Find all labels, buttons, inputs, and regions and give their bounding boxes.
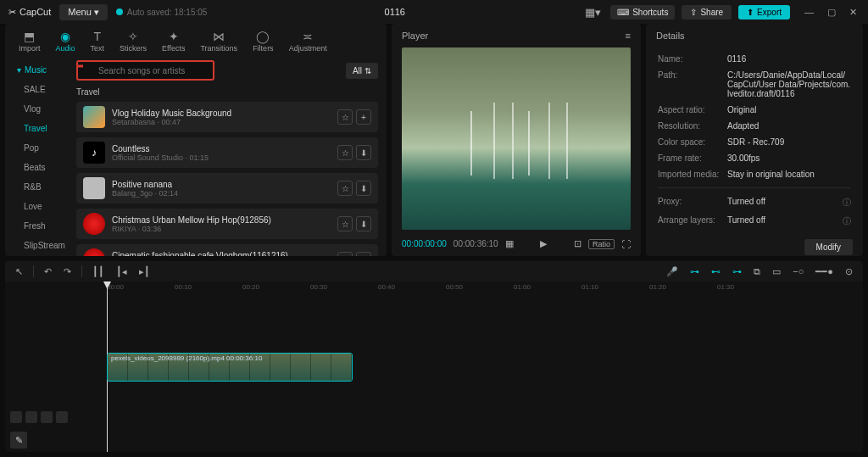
close-button[interactable]: ✕	[847, 4, 860, 20]
timecode-duration: 00:00:36:10	[453, 239, 498, 248]
sidebar-item-fresh[interactable]: Fresh	[5, 216, 76, 236]
favorite-button[interactable]: ☆	[337, 252, 353, 256]
favorite-button[interactable]: ☆	[337, 145, 353, 160]
download-button[interactable]: ⬇	[356, 216, 371, 231]
audio-sidebar: ▾Music SALE Vlog Travel Pop Beats R&B Lo…	[5, 55, 76, 256]
detail-label: Arrange layers:	[658, 215, 722, 227]
pencil-icon: ✎	[15, 435, 23, 446]
video-clip[interactable]: pexels_videos_2098989 (2160p).mp4 00:00:…	[107, 353, 353, 382]
snap-button-3[interactable]: ⊶	[731, 265, 743, 279]
detail-value: Original	[727, 105, 851, 114]
download-button[interactable]: ⬇	[356, 145, 371, 160]
sidebar-item-sale[interactable]: SALE	[5, 80, 76, 99]
sidebar-item-pop[interactable]: Pop	[5, 138, 76, 158]
minimize-button[interactable]: —	[802, 4, 816, 20]
menu-button[interactable]: Menu▾	[59, 4, 108, 20]
grid-button[interactable]: ▦	[505, 238, 514, 249]
download-button[interactable]: ⬇	[356, 181, 371, 196]
detail-value: Stay in original location	[727, 170, 851, 179]
download-button[interactable]: ⬇	[356, 252, 371, 256]
timeline[interactable]: ✎ 00:00 00:10 00:20 00:30 00:40 00:50 01…	[5, 281, 863, 452]
track-thumb	[83, 106, 105, 128]
play-button[interactable]: ▶	[540, 238, 547, 249]
track-title: Countless	[112, 144, 331, 153]
clip-label: pexels_videos_2098989 (2160p).mp4 00:00:…	[111, 354, 262, 362]
zoom-slider[interactable]: ━━●	[814, 265, 835, 279]
timeline-ruler[interactable]: 00:00 00:10 00:20 00:30 00:40 00:50 01:0…	[100, 281, 863, 297]
text-icon: T	[94, 30, 102, 43]
tab-import[interactable]: ⬒Import	[12, 27, 47, 55]
adjustment-icon: ≍	[303, 30, 313, 43]
mic-button[interactable]: 🎤	[665, 265, 680, 279]
media-panel: ⬒Import ◉Audio TText ✧Stickers ✦Effects …	[5, 24, 387, 256]
sidebar-item-rnb[interactable]: R&B	[5, 177, 76, 197]
track-thumb: ♪	[83, 142, 105, 164]
pointer-tool[interactable]: ↖	[14, 265, 25, 279]
split-right-button[interactable]: ▸┃	[137, 265, 152, 279]
search-input[interactable]	[76, 60, 214, 81]
split-button[interactable]: ┃┃	[91, 265, 106, 279]
sidebar-item-love[interactable]: Love	[5, 197, 76, 216]
tab-adjustment[interactable]: ≍Adjustment	[282, 27, 334, 55]
track-item[interactable]: ♪ CountlessOfficial Sound Studio · 01:15…	[76, 137, 378, 168]
export-icon: ⬆	[747, 8, 754, 17]
scale-button[interactable]: ⊡	[574, 238, 581, 249]
fullscreen-button[interactable]: ⛶	[621, 239, 631, 249]
sidebar-item-beats[interactable]: Beats	[5, 158, 76, 177]
detail-value: 0116	[727, 54, 851, 64]
undo-button[interactable]: ↶	[42, 265, 53, 279]
modify-button[interactable]: Modify	[804, 239, 853, 255]
detail-value: Adapted	[727, 121, 851, 131]
share-button[interactable]: ⇪Share	[682, 5, 732, 20]
details-panel: Details Name:0116 Path:C:/Users/Danie/Ap…	[646, 24, 863, 256]
shortcuts-button[interactable]: ⌨Shortcuts	[610, 5, 675, 20]
track-meta: RIKIYA · 03:36	[112, 225, 331, 233]
preview-button[interactable]: ▭	[771, 265, 782, 279]
track-title: Positive nanana	[112, 180, 331, 189]
track-visible-button[interactable]	[25, 411, 37, 423]
app-logo: ✂ CapCut	[8, 7, 51, 18]
sidebar-item-music[interactable]: ▾Music	[5, 60, 76, 80]
snap-button-1[interactable]: ⊶	[688, 265, 701, 279]
sidebar-item-slipstream[interactable]: SlipStream	[5, 236, 76, 255]
tab-transitions[interactable]: ⋈Transitions	[193, 27, 244, 55]
zoom-out-button[interactable]: −○	[791, 265, 805, 278]
info-icon[interactable]: ⓘ	[843, 197, 851, 209]
detail-label: Color space:	[658, 137, 722, 147]
edit-track-button[interactable]: ✎	[10, 432, 27, 449]
maximize-button[interactable]: ▢	[825, 4, 838, 20]
all-filter-button[interactable]: All⇅	[346, 63, 378, 79]
track-item[interactable]: Positive nananaBalang_3go · 02:14 ☆⬇	[76, 173, 378, 203]
favorite-button[interactable]: ☆	[337, 216, 353, 231]
track-item[interactable]: Vlog Holiday Music BackgroundSetarabasna…	[76, 102, 378, 132]
tab-text[interactable]: TText	[84, 27, 112, 55]
sidebar-item-travel[interactable]: Travel	[5, 119, 76, 138]
track-item[interactable]: Christmas Urban Mellow Hip Hop(912856)RI…	[76, 209, 378, 239]
detail-label: Frame rate:	[658, 153, 722, 163]
stickers-icon: ✧	[128, 30, 138, 43]
tab-effects[interactable]: ✦Effects	[155, 27, 192, 55]
split-left-button[interactable]: ┃◂	[114, 265, 129, 279]
sidebar-item-vlog[interactable]: Vlog	[5, 99, 76, 119]
fit-button[interactable]: ⊙	[843, 265, 854, 279]
track-lock-button[interactable]	[10, 411, 22, 423]
link-button[interactable]: ⧉	[752, 265, 762, 279]
favorite-button[interactable]: ☆	[337, 181, 353, 196]
export-button[interactable]: ⬆Export	[738, 5, 790, 20]
favorite-button[interactable]: ☆	[337, 109, 353, 125]
snap-button-2[interactable]: ⊷	[709, 265, 722, 279]
player-menu-icon[interactable]: ≡	[626, 31, 631, 41]
player-viewport[interactable]	[402, 47, 631, 230]
track-item[interactable]: Cinematic fashionable cafe Vlogbgm(11612…	[76, 244, 378, 256]
tab-filters[interactable]: ◯Filters	[246, 27, 281, 55]
layout-button[interactable]: ▦▾	[582, 3, 604, 21]
track-mute-button[interactable]	[41, 411, 53, 423]
track-option-button[interactable]	[56, 411, 68, 423]
ratio-button[interactable]: Ratio	[588, 239, 615, 249]
section-title: Travel	[76, 87, 378, 97]
redo-button[interactable]: ↷	[62, 265, 73, 279]
info-icon[interactable]: ⓘ	[843, 215, 851, 227]
tab-stickers[interactable]: ✧Stickers	[113, 27, 153, 55]
add-button[interactable]: +	[356, 109, 371, 125]
tab-audio[interactable]: ◉Audio	[49, 27, 82, 55]
